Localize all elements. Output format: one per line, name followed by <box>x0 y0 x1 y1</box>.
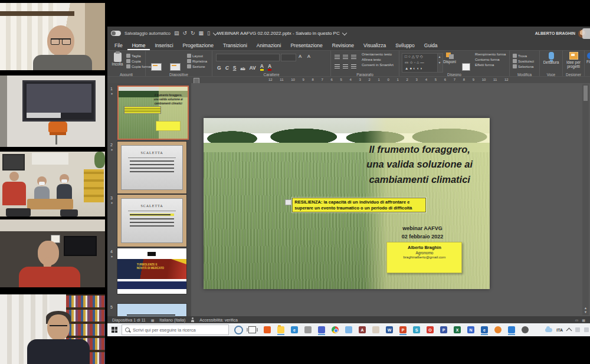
replace-button[interactable]: Sostituisci <box>513 59 534 63</box>
cortana-button[interactable] <box>234 326 243 335</box>
redo-icon[interactable]: ↻ <box>191 31 195 36</box>
print-icon[interactable]: ▦ <box>199 31 204 36</box>
slide-thumbnail-3[interactable]: SCALETTA <box>117 195 186 247</box>
tray-expand-chevron-icon[interactable] <box>566 327 572 333</box>
taskbar-search[interactable]: Scrivi qui per eseguire la ricerca <box>122 324 229 335</box>
design-ideas-icon[interactable] <box>569 52 578 60</box>
character-spacing-button[interactable]: AV <box>250 65 256 71</box>
align-text-button[interactable]: Allinea testo <box>362 58 394 61</box>
shape-fill-button[interactable]: Riempimento forma <box>475 53 506 56</box>
new-file-icon[interactable]: ▯ <box>207 31 210 36</box>
title-dropdown-chevron-icon[interactable] <box>342 30 346 35</box>
taskbar-icon-store[interactable] <box>507 325 516 335</box>
tab-home[interactable]: Home <box>127 41 150 50</box>
start-button[interactable] <box>107 323 122 336</box>
author-card[interactable]: Alberto Braghin Agronomo braghinalberto@… <box>386 242 462 273</box>
cut-button[interactable]: Taglia <box>126 54 141 58</box>
slide-thumbnail-4[interactable]: TURBOLENZE E NOVITÀ DI MERCATO <box>117 248 186 294</box>
task-view-button[interactable] <box>248 326 256 333</box>
taskbar-icon-word[interactable]: W <box>385 325 394 335</box>
participant-video-2[interactable] <box>0 76 105 147</box>
participant-video-1[interactable] <box>0 3 105 70</box>
shapes-gallery[interactable]: □○△▽◇ ▭☆◦⌂— ▲●◐◖◗ ▲▼ <box>402 53 443 73</box>
tab-progettazione[interactable]: Progettazione <box>178 41 218 50</box>
fill-and-sign-label[interactable]: Fill and Sign <box>585 60 590 64</box>
tab-file[interactable]: File <box>110 41 127 50</box>
find-button[interactable]: Trova <box>513 54 527 58</box>
align-right-icon[interactable] <box>351 64 356 68</box>
save-icon[interactable]: ▤ <box>174 31 179 36</box>
taskbar-icon-chrome[interactable] <box>331 325 339 335</box>
slide-editing-canvas[interactable]: Il frumento foraggero, una valida soluzi… <box>191 83 590 316</box>
layout-button[interactable]: Layout <box>187 54 203 58</box>
grow-shrink-font-buttons[interactable]: A A <box>299 54 313 59</box>
notes-icon[interactable]: ▭ <box>575 318 579 322</box>
taskbar-icon-publisher[interactable]: P <box>440 325 448 335</box>
section-button[interactable]: Sezione <box>187 64 205 68</box>
resilienza-textbox[interactable]: RESILIENZA: la capacità di un individuo … <box>292 198 425 213</box>
taskbar-icon-edge-notification[interactable]: e <box>480 325 489 335</box>
strikethrough-button[interactable]: ab <box>240 67 245 71</box>
tab-inserisci[interactable]: Inserisci <box>150 41 178 50</box>
taskbar-icon-firefox[interactable] <box>494 325 502 335</box>
tab-guida[interactable]: Guida <box>419 41 442 50</box>
font-name-combobox[interactable] <box>216 54 280 61</box>
align-left-icon[interactable] <box>335 64 340 68</box>
dictate-microphone-icon[interactable] <box>549 52 554 60</box>
taskbar-icon-access[interactable]: A <box>358 325 366 335</box>
italic-button[interactable]: C <box>225 65 229 71</box>
bullets-icon[interactable] <box>335 54 340 59</box>
display-settings-icon[interactable]: ▦ <box>151 318 155 322</box>
select-button[interactable]: Seleziona <box>513 64 533 68</box>
taskbar-icon-file-explorer[interactable] <box>277 325 285 335</box>
meeting-overlay-control[interactable] <box>582 28 590 39</box>
copy-button[interactable]: Copia <box>126 59 141 63</box>
statusbar-right-icons[interactable]: ▭ ▦ <box>575 318 585 322</box>
bold-button[interactable]: G <box>217 65 221 71</box>
taskbar-icon-photos[interactable] <box>372 325 380 335</box>
design-ideas-label[interactable]: Idee per progetti <box>563 60 584 69</box>
tray-icon[interactable] <box>575 327 580 332</box>
underline-button[interactable]: S <box>233 65 237 71</box>
account-area[interactable]: ALBERTO BRAGHIN <box>535 27 586 40</box>
tray-icon[interactable] <box>584 327 589 332</box>
shape-effects-button[interactable]: Effetti forma <box>475 63 506 67</box>
font-size-combobox[interactable] <box>281 54 296 61</box>
language-indicator[interactable]: Italiano (Italia) <box>159 318 185 322</box>
taskbar-icon-onenote[interactable]: N <box>467 325 475 335</box>
slide-thumbnail-panel[interactable]: 1 ◆ Il frumento foraggero, una valida so… <box>107 83 191 316</box>
paste-button[interactable]: Incolla <box>110 53 124 66</box>
font-color-button[interactable]: A <box>268 63 271 71</box>
tab-visualizza[interactable]: Visualizza <box>359 41 391 50</box>
smartart-button[interactable]: Converti in SmartArt <box>362 63 394 67</box>
slide-nav-buttons[interactable]: ▲▼ <box>582 306 589 314</box>
slide-thumbnail-1-selected[interactable]: Il frumento foraggero, una valida soluzi… <box>117 86 189 140</box>
tab-sviluppo[interactable]: Sviluppo <box>391 41 419 50</box>
vertical-scrollbar[interactable]: ▲▼ <box>582 84 589 315</box>
slide-thumbnail-2[interactable]: SCALETTA <box>117 142 186 194</box>
tab-presentazione[interactable]: Presentazione <box>286 41 327 50</box>
fill-and-sign-icon[interactable] <box>587 53 590 59</box>
align-buttons[interactable] <box>335 64 356 68</box>
taskbar-icon-opera[interactable]: O <box>426 325 434 335</box>
taskbar-icon-excel[interactable]: X <box>453 325 461 335</box>
accessibility-status[interactable]: Accessibilità: verifica <box>199 318 238 322</box>
taskbar-icon-office[interactable] <box>263 325 271 335</box>
event-textbox[interactable]: webinar AAFVG 02 febbraio 2022 <box>378 225 467 241</box>
taskbar-icon-edge[interactable]: e <box>290 325 299 335</box>
taskbar-icon-teams[interactable] <box>317 325 326 335</box>
onedrive-tray-icon[interactable] <box>545 328 552 332</box>
align-center-icon[interactable] <box>343 64 348 68</box>
arrange-button[interactable]: Disponi <box>442 53 457 64</box>
reset-button[interactable]: Ripristina <box>187 59 207 63</box>
taskbar-icon-skype[interactable]: S <box>412 325 421 335</box>
text-highlight-button[interactable]: A <box>260 63 264 71</box>
indent-icon[interactable] <box>351 54 356 59</box>
shape-outline-button[interactable]: Contorno forma <box>475 58 506 61</box>
taskbar-icon-settings[interactable] <box>521 325 529 335</box>
comment-marker[interactable] <box>285 199 291 205</box>
tab-revisione[interactable]: Revisione <box>327 41 359 50</box>
autosave-toggle[interactable] <box>111 31 121 36</box>
undo-icon[interactable]: ↺ <box>182 31 187 36</box>
current-slide[interactable]: Il frumento foraggero, una valida soluzi… <box>204 118 490 289</box>
